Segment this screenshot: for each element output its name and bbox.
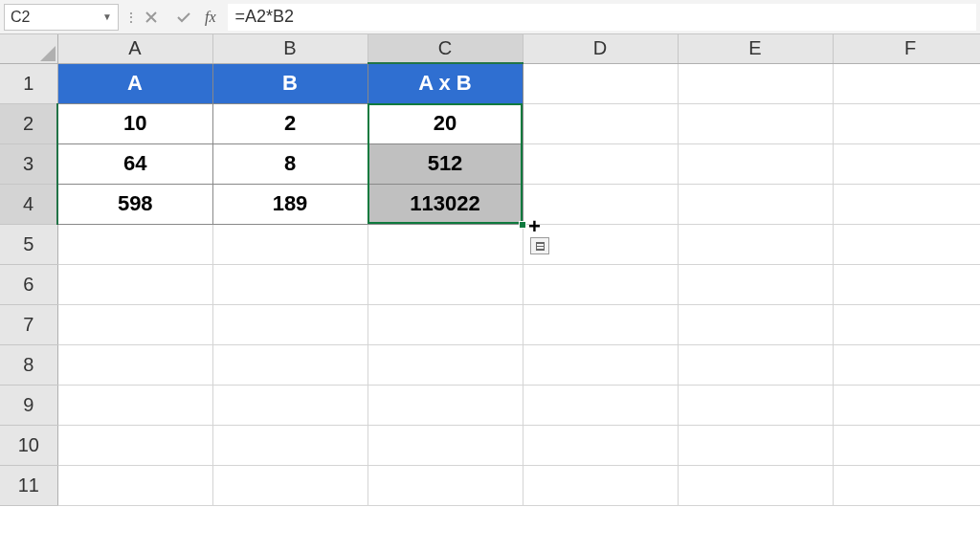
col-header-f[interactable]: F bbox=[833, 34, 980, 63]
separator: ⋮ bbox=[124, 10, 132, 25]
cell-d1[interactable] bbox=[523, 63, 678, 103]
sheet-area: A B C D E F 1 A B A x B 2 10 2 20 3 64 8… bbox=[0, 34, 980, 551]
formula-input[interactable]: =A2*B2 bbox=[228, 4, 976, 31]
cell-e4[interactable] bbox=[678, 184, 833, 224]
cell-a1[interactable]: A bbox=[57, 63, 212, 103]
cell-f1[interactable] bbox=[833, 63, 980, 103]
col-header-e[interactable]: E bbox=[678, 34, 833, 63]
row-header-3[interactable]: 3 bbox=[0, 143, 57, 184]
cell-b3[interactable]: 8 bbox=[212, 143, 368, 184]
close-icon bbox=[145, 11, 158, 24]
cell-e11[interactable] bbox=[678, 465, 833, 505]
spreadsheet-grid[interactable]: A B C D E F 1 A B A x B 2 10 2 20 3 64 8… bbox=[0, 34, 980, 506]
cell-d9[interactable] bbox=[523, 385, 678, 425]
cell-d10[interactable] bbox=[523, 425, 678, 465]
cell-b7[interactable] bbox=[212, 304, 368, 344]
formula-bar: C2 ▼ ⋮ fx =A2*B2 bbox=[0, 0, 980, 34]
cell-f9[interactable] bbox=[833, 385, 980, 425]
fx-label[interactable]: fx bbox=[203, 9, 222, 26]
cell-e8[interactable] bbox=[678, 344, 833, 385]
cell-f11[interactable] bbox=[833, 465, 980, 505]
cell-a6[interactable] bbox=[57, 264, 212, 304]
cell-f3[interactable] bbox=[833, 143, 980, 184]
cell-e3[interactable] bbox=[678, 143, 833, 184]
cell-d2[interactable] bbox=[523, 103, 678, 143]
cell-a9[interactable] bbox=[57, 385, 212, 425]
cell-f2[interactable] bbox=[833, 103, 980, 143]
cell-e7[interactable] bbox=[678, 304, 833, 344]
cell-c2[interactable]: 20 bbox=[368, 103, 523, 143]
col-header-d[interactable]: D bbox=[523, 34, 678, 63]
cell-c4[interactable]: 113022 bbox=[368, 184, 523, 224]
cell-a10[interactable] bbox=[57, 425, 212, 465]
chevron-down-icon[interactable]: ▼ bbox=[102, 11, 112, 22]
cell-b6[interactable] bbox=[212, 264, 368, 304]
cell-a2[interactable]: 10 bbox=[57, 103, 212, 143]
cell-d8[interactable] bbox=[523, 344, 678, 385]
cell-c1[interactable]: A x B bbox=[368, 63, 523, 103]
col-header-a[interactable]: A bbox=[57, 34, 212, 63]
col-header-c[interactable]: C bbox=[368, 34, 523, 63]
cell-b11[interactable] bbox=[212, 465, 368, 505]
cell-a5[interactable] bbox=[57, 224, 212, 264]
cell-c7[interactable] bbox=[368, 304, 523, 344]
cell-b2[interactable]: 2 bbox=[212, 103, 368, 143]
cell-a11[interactable] bbox=[57, 465, 212, 505]
autofill-options-button[interactable] bbox=[530, 237, 549, 254]
cell-c6[interactable] bbox=[368, 264, 523, 304]
cell-a4[interactable]: 598 bbox=[57, 184, 212, 224]
cell-f8[interactable] bbox=[833, 344, 980, 385]
row-header-11[interactable]: 11 bbox=[0, 465, 57, 505]
cell-e6[interactable] bbox=[678, 264, 833, 304]
cell-c9[interactable] bbox=[368, 385, 523, 425]
col-header-b[interactable]: B bbox=[212, 34, 368, 63]
fill-handle[interactable] bbox=[519, 221, 526, 229]
cell-f4[interactable] bbox=[833, 184, 980, 224]
cell-e2[interactable] bbox=[678, 103, 833, 143]
cell-c10[interactable] bbox=[368, 425, 523, 465]
cell-b1[interactable]: B bbox=[212, 63, 368, 103]
check-icon bbox=[176, 11, 191, 24]
cell-e1[interactable] bbox=[678, 63, 833, 103]
cell-b10[interactable] bbox=[212, 425, 368, 465]
cell-d6[interactable] bbox=[523, 264, 678, 304]
row-header-4[interactable]: 4 bbox=[0, 184, 57, 224]
row-header-6[interactable]: 6 bbox=[0, 264, 57, 304]
cell-e10[interactable] bbox=[678, 425, 833, 465]
cell-f6[interactable] bbox=[833, 264, 980, 304]
confirm-formula-button[interactable] bbox=[170, 4, 197, 31]
cell-e5[interactable] bbox=[678, 224, 833, 264]
formula-text: =A2*B2 bbox=[235, 7, 295, 27]
cell-a7[interactable] bbox=[57, 304, 212, 344]
cell-f7[interactable] bbox=[833, 304, 980, 344]
cell-f5[interactable] bbox=[833, 224, 980, 264]
cell-b5[interactable] bbox=[212, 224, 368, 264]
name-box[interactable]: C2 ▼ bbox=[4, 4, 119, 31]
cell-b9[interactable] bbox=[212, 385, 368, 425]
cell-a8[interactable] bbox=[57, 344, 212, 385]
select-all-corner[interactable] bbox=[0, 34, 57, 63]
row-header-5[interactable]: 5 bbox=[0, 224, 57, 264]
row-header-7[interactable]: 7 bbox=[0, 304, 57, 344]
cell-b8[interactable] bbox=[212, 344, 368, 385]
cell-e9[interactable] bbox=[678, 385, 833, 425]
cell-d3[interactable] bbox=[523, 143, 678, 184]
cell-c5[interactable] bbox=[368, 224, 523, 264]
cell-f10[interactable] bbox=[833, 425, 980, 465]
cell-a3[interactable]: 64 bbox=[57, 143, 212, 184]
cell-c11[interactable] bbox=[368, 465, 523, 505]
cell-c8[interactable] bbox=[368, 344, 523, 385]
cell-d7[interactable] bbox=[523, 304, 678, 344]
cell-b4[interactable]: 189 bbox=[212, 184, 368, 224]
row-header-2[interactable]: 2 bbox=[0, 103, 57, 143]
cell-c3[interactable]: 512 bbox=[368, 143, 523, 184]
cell-d11[interactable] bbox=[523, 465, 678, 505]
row-header-1[interactable]: 1 bbox=[0, 63, 57, 103]
cell-d4[interactable] bbox=[523, 184, 678, 224]
row-header-10[interactable]: 10 bbox=[0, 425, 57, 465]
name-box-value: C2 bbox=[11, 9, 102, 26]
cancel-formula-button[interactable] bbox=[138, 4, 165, 31]
row-header-9[interactable]: 9 bbox=[0, 385, 57, 425]
row-header-8[interactable]: 8 bbox=[0, 344, 57, 385]
